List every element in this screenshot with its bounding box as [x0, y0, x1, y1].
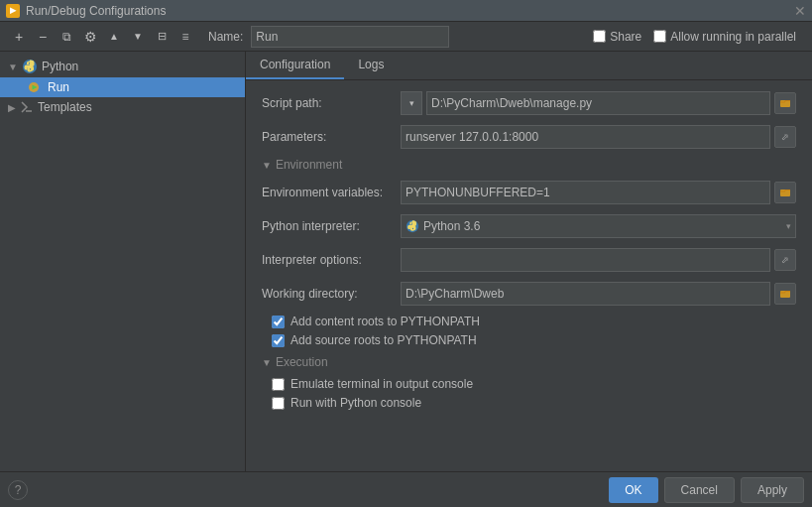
sort-button[interactable]: ≡ — [174, 26, 196, 48]
allow-parallel-checkbox[interactable] — [653, 30, 666, 43]
templates-label: Templates — [38, 100, 92, 114]
app-icon: ▶ — [6, 4, 20, 18]
close-button[interactable]: ✕ — [794, 3, 806, 19]
python-interpreter-value: Python 3.6 — [423, 219, 480, 233]
folder-icon-wd — [779, 288, 791, 300]
cancel-button[interactable]: Cancel — [664, 477, 735, 503]
emulate-terminal-label: Emulate terminal in output console — [290, 377, 473, 391]
folder-icon — [779, 97, 791, 109]
down-button[interactable]: ▼ — [127, 26, 149, 48]
parameters-label: Parameters: — [262, 130, 401, 144]
name-area: Name: — [208, 26, 591, 48]
add-button[interactable]: + — [8, 26, 30, 48]
share-area: Share Allow running in parallel — [593, 30, 796, 44]
edit-templates-button[interactable]: ⊟ — [151, 26, 173, 48]
python-interpreter-wrap: Python 3.6 ▾ — [401, 214, 796, 238]
python-interpreter-row: Python interpreter: Python 3.6 ▾ — [262, 213, 796, 239]
name-input[interactable] — [251, 26, 449, 48]
parameters-expand-btn[interactable]: ⬀ — [774, 126, 796, 148]
title-bar: ▶ Run/Debug Configurations ✕ — [0, 0, 812, 22]
working-dir-wrap — [401, 282, 796, 306]
tabs: Configuration Logs — [246, 52, 812, 80]
folder-icon-env — [779, 187, 791, 198]
interpreter-options-input[interactable] — [401, 248, 770, 272]
main-area: ▼ Python Run ▶ Templates — [0, 52, 812, 471]
sidebar-run-item[interactable]: Run — [0, 77, 245, 97]
window-title: Run/Debug Configurations — [26, 4, 166, 18]
interpreter-options-wrap: ⬀ — [401, 248, 796, 272]
add-content-roots-row: Add content roots to PYTHONPATH — [272, 315, 796, 328]
ok-button[interactable]: OK — [609, 477, 657, 503]
script-path-input[interactable] — [426, 91, 770, 115]
working-dir-browse-btn[interactable] — [774, 283, 796, 305]
share-checkbox-label[interactable]: Share — [593, 30, 641, 44]
working-dir-label: Working directory: — [262, 287, 401, 301]
execution-label: Execution — [276, 355, 328, 369]
execution-section: ▼ Execution — [262, 355, 796, 369]
script-path-dropdown[interactable]: ▾ — [401, 91, 422, 115]
emulate-terminal-row: Emulate terminal in output console — [272, 377, 796, 391]
parameters-wrap: ⬀ — [401, 125, 796, 149]
add-source-roots-label: Add source roots to PYTHONPATH — [290, 333, 477, 347]
up-button[interactable]: ▲ — [103, 26, 125, 48]
allow-parallel-checkbox-label[interactable]: Allow running in parallel — [653, 30, 796, 44]
run-python-console-row: Run with Python console — [272, 396, 796, 410]
run-config-icon — [28, 80, 44, 94]
run-label: Run — [48, 80, 69, 94]
copy-button[interactable]: ⧉ — [56, 26, 77, 48]
python-label: Python — [42, 60, 78, 73]
templates-icon — [20, 100, 34, 114]
script-path-wrap: ▾ — [401, 91, 796, 115]
config-body: Script path: ▾ Parameters: — [246, 80, 812, 425]
config-button[interactable]: ⚙ — [79, 26, 101, 48]
script-path-browse-btn[interactable] — [774, 92, 796, 114]
run-python-console-checkbox[interactable] — [272, 397, 285, 410]
add-content-roots-checkbox[interactable] — [272, 316, 285, 328]
env-vars-label: Environment variables: — [262, 186, 401, 199]
add-source-roots-checkbox[interactable] — [272, 334, 285, 347]
toolbar: + − ⧉ ⚙ ▲ ▼ ⊟ ≡ Name: Share Allow runnin… — [0, 22, 812, 52]
python-icon — [22, 59, 38, 74]
tab-configuration[interactable]: Configuration — [246, 52, 344, 79]
remove-button[interactable]: − — [32, 26, 54, 48]
working-dir-row: Working directory: — [262, 281, 796, 307]
env-vars-row: Environment variables: — [262, 180, 796, 205]
interpreter-options-label: Interpreter options: — [262, 253, 401, 267]
emulate-terminal-checkbox[interactable] — [272, 378, 285, 391]
python-interpreter-label: Python interpreter: — [262, 219, 401, 233]
script-path-label: Script path: — [262, 96, 401, 110]
apply-button[interactable]: Apply — [741, 477, 804, 503]
environment-label: Environment — [276, 158, 342, 172]
interpreter-options-expand-btn[interactable]: ⬀ — [774, 249, 796, 271]
content-area: Configuration Logs Script path: ▾ — [246, 52, 812, 471]
python-interpreter-select[interactable]: Python 3.6 ▾ — [401, 214, 796, 238]
env-vars-browse-btn[interactable] — [774, 182, 796, 203]
bottom-actions: OK Cancel Apply — [609, 477, 804, 503]
help-button[interactable]: ? — [8, 480, 28, 500]
run-python-console-label: Run with Python console — [290, 396, 421, 410]
parameters-input[interactable] — [401, 125, 770, 149]
add-source-roots-row: Add source roots to PYTHONPATH — [272, 333, 796, 347]
exec-expand-icon[interactable]: ▼ — [262, 357, 272, 368]
interpreter-dropdown-arrow: ▾ — [786, 221, 791, 231]
share-checkbox[interactable] — [593, 30, 606, 43]
env-vars-input[interactable] — [401, 181, 770, 204]
expand-templates-icon: ▶ — [8, 102, 16, 113]
interpreter-options-row: Interpreter options: ⬀ — [262, 247, 796, 273]
expand-python-icon: ▼ — [8, 62, 18, 72]
add-content-roots-label: Add content roots to PYTHONPATH — [290, 315, 480, 328]
env-vars-wrap — [401, 181, 796, 204]
environment-section: ▼ Environment — [262, 158, 796, 172]
env-expand-icon[interactable]: ▼ — [262, 160, 272, 171]
bottom-bar: ? OK Cancel Apply — [0, 471, 812, 507]
name-label: Name: — [208, 30, 243, 44]
sidebar-python-group[interactable]: ▼ Python — [0, 56, 245, 77]
script-path-row: Script path: ▾ — [262, 90, 796, 116]
tab-logs[interactable]: Logs — [344, 52, 398, 79]
python-interpreter-icon — [406, 219, 419, 233]
sidebar-templates-item[interactable]: ▶ Templates — [0, 97, 245, 117]
sidebar: ▼ Python Run ▶ Templates — [0, 52, 246, 471]
working-dir-input[interactable] — [401, 282, 770, 306]
parameters-row: Parameters: ⬀ — [262, 124, 796, 150]
